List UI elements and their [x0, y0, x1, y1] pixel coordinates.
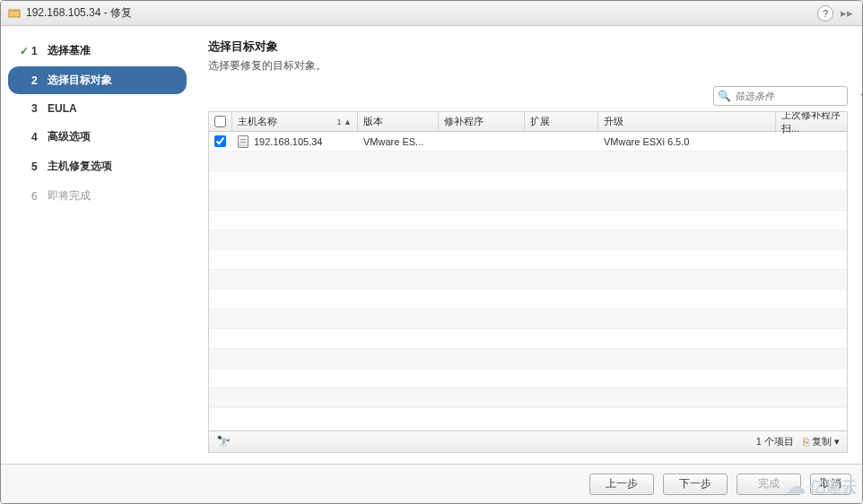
host-icon: [238, 135, 248, 148]
step-number: 6: [31, 190, 48, 203]
column-upgrade[interactable]: 升级: [598, 112, 776, 131]
column-label: 升级: [604, 115, 623, 128]
select-all-checkbox[interactable]: [214, 116, 226, 127]
table-row-empty: [209, 309, 847, 329]
column-version[interactable]: 版本: [358, 112, 439, 131]
finish-button: 完成: [737, 474, 801, 495]
table-row-empty: [209, 230, 847, 250]
targets-table: 主机名称 1 ▲ 版本 修补程序 扩展 升级: [208, 111, 848, 453]
column-hostname[interactable]: 主机名称 1 ▲: [232, 112, 358, 131]
filter-row: 🔍 ▼: [208, 86, 848, 106]
step-label: 选择基准: [48, 43, 178, 58]
chevron-down-icon[interactable]: ▼: [859, 91, 862, 100]
step-number: 3: [31, 102, 48, 115]
page-heading: 选择目标对象: [208, 39, 848, 55]
step-number: 4: [31, 131, 48, 143]
table-row-empty: [209, 211, 847, 230]
step-label: 主机修复选项: [48, 159, 178, 174]
cell-hostname: 192.168.105.34: [232, 135, 358, 148]
column-label: 主机名称: [238, 115, 277, 128]
table-row-empty: [209, 369, 847, 388]
column-extension[interactable]: 扩展: [525, 112, 598, 131]
sort-indicator: 1 ▲: [337, 117, 352, 126]
column-label: 上次修补程序扫...: [781, 111, 841, 135]
table-body[interactable]: 192.168.105.34 VMware ES... VMware ESXi …: [209, 132, 847, 430]
wizard-step-advanced-options: 4 高级选项: [8, 123, 187, 151]
step-label: EULA: [48, 102, 178, 115]
table-row-empty: [209, 329, 847, 349]
table-row-empty: [209, 290, 847, 309]
table-row-empty: [209, 270, 847, 290]
window-title: 192.168.105.34 - 修复: [26, 5, 817, 21]
table-row-empty: [209, 152, 847, 171]
table-row[interactable]: 192.168.105.34 VMware ES... VMware ESXi …: [209, 132, 847, 152]
table-row-empty: [209, 171, 847, 191]
check-icon: ✓: [17, 45, 31, 57]
table-row-empty: [209, 388, 847, 408]
table-header: 主机名称 1 ▲ 版本 修补程序 扩展 升级: [209, 112, 847, 132]
cancel-button[interactable]: 取消: [810, 474, 851, 495]
wizard-step-select-baseline[interactable]: ✓ 1 选择基准: [8, 37, 187, 65]
step-label: 即将完成: [48, 188, 178, 204]
expand-icon[interactable]: ▸▸: [839, 6, 855, 20]
step-number: 5: [31, 161, 48, 173]
item-count: 1 个项目: [756, 435, 794, 448]
column-last-patch-scan[interactable]: 上次修补程序扫...: [776, 112, 847, 131]
row-checkbox[interactable]: [214, 135, 226, 147]
step-label: 选择目标对象: [48, 73, 178, 88]
dialog-footer: 上一步 下一步 完成 取消: [1, 464, 862, 503]
step-number: 1: [31, 45, 48, 57]
wizard-step-eula: 3 EULA: [8, 96, 187, 121]
table-row-empty: [209, 349, 847, 369]
prev-button[interactable]: 上一步: [589, 474, 654, 495]
hostname-text: 192.168.105.34: [254, 136, 322, 147]
search-icon: 🔍: [718, 90, 731, 102]
help-icon[interactable]: ?: [817, 5, 833, 22]
cell-checkbox[interactable]: [209, 135, 232, 147]
wizard-steps-sidebar: ✓ 1 选择基准 2 选择目标对象 3 EULA 4 高级选项 5: [1, 26, 194, 464]
copy-button[interactable]: ⎘ 复制 ▾: [803, 435, 840, 448]
column-label: 扩展: [530, 115, 550, 128]
titlebar: 192.168.105.34 - 修复 ? ▸▸: [1, 1, 862, 26]
filter-input[interactable]: [735, 91, 859, 101]
copy-label: 复制 ▾: [812, 435, 840, 448]
table-row-empty: [209, 191, 847, 211]
table-row-empty: [209, 250, 847, 270]
wizard-step-select-target[interactable]: 2 选择目标对象: [8, 66, 187, 94]
column-patch[interactable]: 修补程序: [439, 112, 525, 131]
binoculars-icon[interactable]: 🔭: [216, 435, 231, 448]
step-number: 2: [31, 74, 48, 87]
dialog-body: ✓ 1 选择基准 2 选择目标对象 3 EULA 4 高级选项 5: [1, 26, 862, 464]
next-button[interactable]: 下一步: [663, 474, 728, 495]
wizard-step-host-remediation: 5 主机修复选项: [8, 152, 187, 180]
step-label: 高级选项: [48, 129, 178, 144]
column-checkbox[interactable]: [209, 112, 232, 131]
column-label: 修补程序: [444, 115, 484, 128]
filter-input-wrapper[interactable]: 🔍 ▼: [713, 86, 848, 106]
cell-upgrade: VMware ESXi 6.5.0: [598, 136, 776, 147]
copy-icon: ⎘: [803, 436, 809, 448]
table-footer: 🔭 1 个项目 ⎘ 复制 ▾: [209, 430, 847, 452]
column-label: 版本: [363, 115, 383, 128]
wizard-step-ready-complete: 6 即将完成: [8, 182, 187, 210]
page-subheading: 选择要修复的目标对象。: [208, 58, 848, 74]
main-panel: 选择目标对象 选择要修复的目标对象。 🔍 ▼ 主机名称 1 ▲: [194, 26, 862, 464]
cell-version: VMware ES...: [358, 136, 439, 147]
app-icon: [8, 7, 21, 20]
wizard-dialog: 192.168.105.34 - 修复 ? ▸▸ ✓ 1 选择基准 2 选择目标…: [0, 0, 863, 504]
svg-rect-1: [9, 10, 20, 12]
